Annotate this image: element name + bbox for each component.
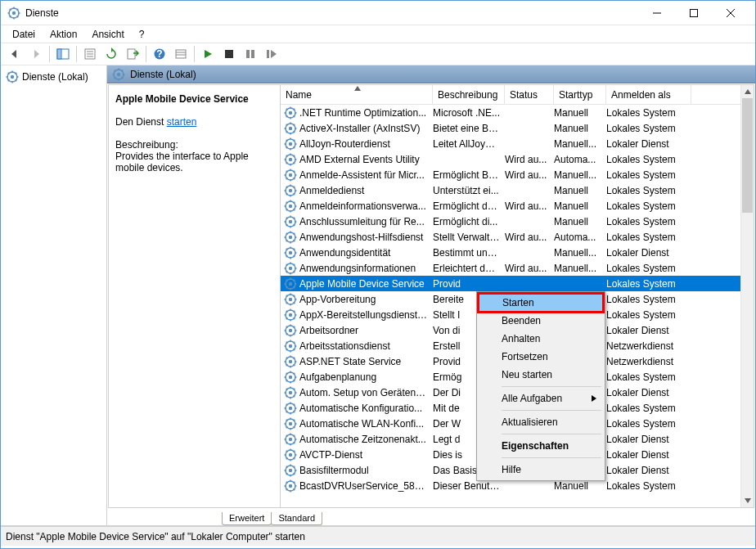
tab-standard[interactable]: Standard bbox=[271, 512, 322, 525]
cell-name: Anwendungsidentität bbox=[299, 247, 433, 259]
pause-service-button[interactable] bbox=[241, 44, 260, 64]
start-link[interactable]: starten bbox=[167, 116, 197, 128]
tab-extended[interactable]: Erweitert bbox=[222, 512, 272, 525]
tree-root-node[interactable]: Dienste (Lokal) bbox=[4, 69, 103, 85]
gear-icon bbox=[284, 448, 297, 461]
svg-rect-11 bbox=[690, 9, 697, 16]
menu-file[interactable]: Datei bbox=[6, 27, 42, 42]
svg-rect-29 bbox=[267, 50, 269, 58]
cell-name: AppX-Bereitstellungsdienst ... bbox=[299, 309, 433, 321]
cell-name: ASP.NET State Service bbox=[299, 356, 433, 367]
service-row[interactable]: Anmelde-Assistent für Micr...Ermöglicht … bbox=[281, 167, 740, 182]
forward-button[interactable] bbox=[26, 44, 46, 64]
gear-icon bbox=[284, 308, 297, 322]
svg-rect-23 bbox=[176, 50, 186, 58]
cell-start: Manuell bbox=[554, 123, 606, 134]
gear-icon bbox=[112, 68, 125, 81]
back-button[interactable] bbox=[5, 44, 25, 64]
ctx-stop: Beenden bbox=[479, 312, 603, 330]
service-row[interactable]: ActiveX-Installer (AxInstSV)Bietet eine … bbox=[281, 120, 740, 136]
cell-logon: Lokales System bbox=[606, 263, 691, 274]
cell-logon: Lokales System bbox=[606, 371, 691, 383]
maximize-button[interactable] bbox=[675, 1, 712, 25]
service-row[interactable]: AnwendungsidentitätBestimmt und...Manuel… bbox=[281, 245, 740, 260]
cell-start: Manuell bbox=[554, 200, 606, 212]
cell-logon: Lokales System bbox=[606, 480, 691, 492]
list-button[interactable] bbox=[171, 44, 191, 64]
col-desc[interactable]: Beschreibung bbox=[433, 85, 505, 104]
cell-name: App-Vorbereitung bbox=[299, 294, 433, 305]
ctx-properties[interactable]: Eigenschaften bbox=[479, 437, 603, 455]
service-row[interactable]: Anmeldeinformationsverwa...Ermöglicht da… bbox=[281, 198, 740, 214]
service-row[interactable]: AllJoyn-RouterdienstLeitet AllJoyn-...Ma… bbox=[281, 136, 740, 151]
restart-service-button[interactable] bbox=[262, 44, 281, 64]
ctx-refresh[interactable]: Aktualisieren bbox=[479, 413, 603, 431]
stop-service-button[interactable] bbox=[219, 44, 239, 64]
ctx-help[interactable]: Hilfe bbox=[479, 461, 603, 479]
service-row[interactable]: AMD External Events UtilityWird au...Aut… bbox=[281, 151, 740, 167]
svg-rect-26 bbox=[225, 50, 233, 58]
svg-rect-28 bbox=[251, 50, 254, 58]
cell-logon: Lokales System bbox=[606, 169, 691, 181]
cell-status: Wird au... bbox=[505, 263, 554, 274]
refresh-button[interactable] bbox=[101, 44, 121, 64]
cell-name: Anmeldeinformationsverwa... bbox=[299, 200, 433, 212]
cell-logon: Lokaler Dienst bbox=[606, 138, 691, 150]
ctx-start[interactable]: Starten bbox=[479, 294, 603, 312]
cell-desc: Stellt Verwaltu... bbox=[433, 232, 505, 243]
service-row[interactable]: .NET Runtime Optimization...Microsoft .N… bbox=[281, 105, 740, 120]
service-row[interactable]: Anschlussumleitung für Re...Ermöglicht d… bbox=[281, 214, 740, 229]
cell-logon: Lokaler Dienst bbox=[606, 387, 691, 398]
context-menu: Starten Beenden Anhalten Fortsetzen Neu … bbox=[476, 291, 605, 481]
show-hide-tree-button[interactable] bbox=[53, 44, 73, 64]
gear-icon bbox=[284, 417, 297, 430]
service-row[interactable]: AnwendungsinformationenErleichtert das..… bbox=[281, 260, 740, 276]
scroll-down-button[interactable] bbox=[741, 494, 754, 507]
cell-start: Manuell bbox=[554, 185, 606, 196]
vertical-scrollbar[interactable] bbox=[740, 85, 754, 507]
cell-logon: Lokales System bbox=[606, 309, 691, 321]
help-button[interactable]: ? bbox=[150, 44, 169, 64]
scroll-thumb[interactable] bbox=[742, 98, 753, 213]
col-status[interactable]: Status bbox=[505, 85, 554, 104]
svg-rect-20 bbox=[128, 49, 135, 59]
cell-logon: Lokaler Dienst bbox=[606, 325, 691, 336]
menu-view[interactable]: Ansicht bbox=[85, 27, 130, 42]
menu-action[interactable]: Aktion bbox=[43, 27, 83, 42]
menu-bar: Datei Aktion Ansicht ? bbox=[1, 25, 755, 43]
menu-help[interactable]: ? bbox=[133, 27, 151, 42]
service-row[interactable]: AnmeldedienstUnterstützt ei...ManuellLok… bbox=[281, 182, 740, 198]
ctx-restart: Neu starten bbox=[479, 366, 603, 384]
col-logon[interactable]: Anmelden als bbox=[606, 85, 691, 104]
gear-icon bbox=[284, 340, 297, 353]
cell-name: AMD External Events Utility bbox=[299, 154, 433, 165]
minimize-button[interactable] bbox=[638, 1, 675, 25]
pane-header-label: Dienste (Lokal) bbox=[130, 69, 196, 80]
export-button[interactable] bbox=[123, 44, 142, 64]
status-bar: Dienst "Apple Mobile Device Service" auf… bbox=[1, 526, 755, 546]
cell-name: Arbeitsordner bbox=[299, 325, 433, 336]
cell-logon: Lokales System bbox=[606, 216, 691, 227]
cell-status: Wird au... bbox=[505, 200, 554, 212]
cell-logon: Lokaler Dienst bbox=[606, 247, 691, 259]
gear-icon bbox=[284, 153, 297, 166]
service-row[interactable]: Anwendungshost-HilfsdienstStellt Verwalt… bbox=[281, 229, 740, 245]
right-pane: Dienste (Lokal) Apple Mobile Device Serv… bbox=[107, 65, 755, 525]
start-service-button[interactable] bbox=[198, 44, 218, 64]
close-button[interactable] bbox=[712, 1, 749, 25]
col-start[interactable]: Starttyp bbox=[554, 85, 606, 104]
cell-start: Manuell bbox=[554, 216, 606, 227]
title-bar: Dienste bbox=[1, 1, 755, 25]
gear-icon bbox=[284, 184, 297, 197]
cell-logon: Lokales System bbox=[606, 232, 691, 243]
service-row[interactable]: Apple Mobile Device ServiceProvidLokales… bbox=[281, 276, 740, 291]
gear-icon bbox=[284, 106, 297, 119]
detail-desc-label: Beschreibung: bbox=[115, 139, 273, 151]
cell-name: Automatische Konfiguratio... bbox=[299, 403, 433, 414]
properties-button[interactable] bbox=[80, 44, 100, 64]
scroll-up-button[interactable] bbox=[741, 85, 754, 98]
gear-icon bbox=[284, 386, 297, 399]
ctx-all-tasks[interactable]: Alle Aufgaben bbox=[479, 389, 603, 407]
cell-logon: Lokales System bbox=[606, 418, 691, 430]
pane-header: Dienste (Lokal) bbox=[107, 65, 755, 83]
